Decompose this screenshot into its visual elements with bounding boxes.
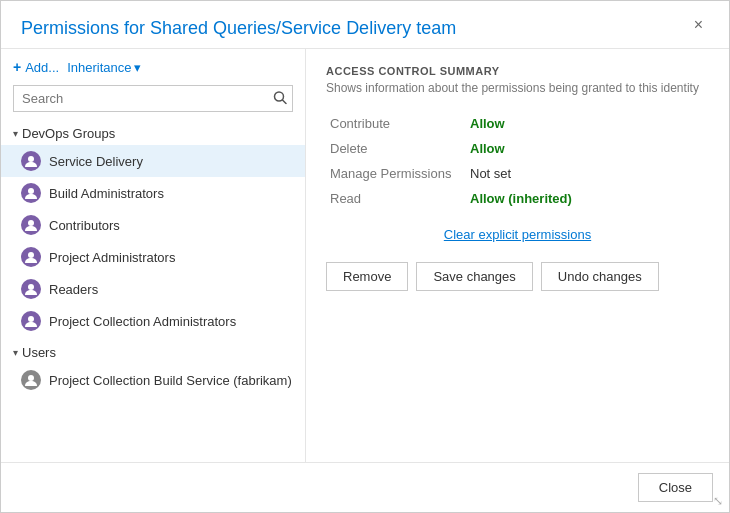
item-name: Readers <box>49 282 98 297</box>
chevron-collapse-icon: ▾ <box>13 347 18 358</box>
undo-changes-button[interactable]: Undo changes <box>541 262 659 291</box>
permission-row: Contribute Allow <box>326 111 709 136</box>
permission-name: Read <box>326 186 466 211</box>
list-item[interactable]: Project Collection Administrators <box>1 305 305 337</box>
list-item[interactable]: Build Administrators <box>1 177 305 209</box>
devops-group-label: DevOps Groups <box>22 126 115 141</box>
permission-table: Contribute Allow Delete Allow Manage Per… <box>326 111 709 211</box>
access-control-title: ACCESS CONTROL SUMMARY <box>326 65 709 77</box>
search-icon[interactable] <box>273 90 287 107</box>
list-item[interactable]: Service Delivery <box>1 145 305 177</box>
close-icon-button[interactable]: × <box>688 15 709 35</box>
close-footer-button[interactable]: Close <box>638 473 713 502</box>
search-box <box>13 85 293 112</box>
clear-explicit-permissions-link[interactable]: Clear explicit permissions <box>326 227 709 242</box>
dialog-footer: Close <box>1 462 729 512</box>
svg-point-4 <box>28 220 34 226</box>
devops-group-header[interactable]: ▾ DevOps Groups <box>1 122 305 145</box>
remove-button[interactable]: Remove <box>326 262 408 291</box>
users-group-label: Users <box>22 345 56 360</box>
avatar <box>21 247 41 267</box>
svg-point-5 <box>28 252 34 258</box>
list-item[interactable]: Project Collection Build Service (fabrik… <box>1 364 305 396</box>
permission-name: Delete <box>326 136 466 161</box>
item-name: Contributors <box>49 218 120 233</box>
list-item[interactable]: Project Administrators <box>1 241 305 273</box>
item-name: Project Collection Administrators <box>49 314 236 329</box>
permissions-dialog: Permissions for Shared Queries/Service D… <box>0 0 730 513</box>
permission-row: Manage Permissions Not set <box>326 161 709 186</box>
permission-value: Not set <box>466 161 709 186</box>
inheritance-label: Inheritance <box>67 60 131 75</box>
save-changes-button[interactable]: Save changes <box>416 262 532 291</box>
users-group-header[interactable]: ▾ Users <box>1 341 305 364</box>
access-control-desc: Shows information about the permissions … <box>326 81 709 95</box>
permission-value: Allow (inherited) <box>466 186 709 211</box>
permission-name: Contribute <box>326 111 466 136</box>
list-item[interactable]: Readers <box>1 273 305 305</box>
dialog-title: Permissions for Shared Queries/Service D… <box>21 17 456 40</box>
avatar <box>21 183 41 203</box>
item-name: Service Delivery <box>49 154 143 169</box>
svg-point-8 <box>28 375 34 381</box>
avatar <box>21 151 41 171</box>
resize-handle[interactable]: ⤡ <box>713 494 723 508</box>
permission-name: Manage Permissions <box>326 161 466 186</box>
permission-value: Allow <box>466 111 709 136</box>
permission-row: Delete Allow <box>326 136 709 161</box>
svg-point-7 <box>28 316 34 322</box>
dialog-header: Permissions for Shared Queries/Service D… <box>1 1 729 49</box>
permission-value: Allow <box>466 136 709 161</box>
item-name: Build Administrators <box>49 186 164 201</box>
inheritance-button[interactable]: Inheritance ▾ <box>67 60 141 75</box>
add-label: Add... <box>25 60 59 75</box>
devops-group-section: ▾ DevOps Groups Service Delivery Build A… <box>1 122 305 337</box>
svg-point-6 <box>28 284 34 290</box>
search-input[interactable] <box>13 85 293 112</box>
item-name: Project Administrators <box>49 250 175 265</box>
svg-point-3 <box>28 188 34 194</box>
plus-icon: + <box>13 59 21 75</box>
left-panel: + Add... Inheritance ▾ <box>1 49 306 462</box>
dialog-body: + Add... Inheritance ▾ <box>1 49 729 462</box>
permission-row: Read Allow (inherited) <box>326 186 709 211</box>
avatar <box>21 311 41 331</box>
users-group-section: ▾ Users Project Collection Build Service… <box>1 341 305 396</box>
right-panel: ACCESS CONTROL SUMMARY Shows information… <box>306 49 729 462</box>
add-button[interactable]: + Add... <box>13 59 59 75</box>
avatar <box>21 279 41 299</box>
avatar <box>21 215 41 235</box>
item-name: Project Collection Build Service (fabrik… <box>49 373 292 388</box>
svg-point-2 <box>28 156 34 162</box>
list-item[interactable]: Contributors <box>1 209 305 241</box>
chevron-down-icon: ▾ <box>134 60 141 75</box>
avatar <box>21 370 41 390</box>
toolbar: + Add... Inheritance ▾ <box>1 59 305 85</box>
svg-line-1 <box>283 100 287 104</box>
chevron-collapse-icon: ▾ <box>13 128 18 139</box>
action-buttons: Remove Save changes Undo changes <box>326 262 709 291</box>
